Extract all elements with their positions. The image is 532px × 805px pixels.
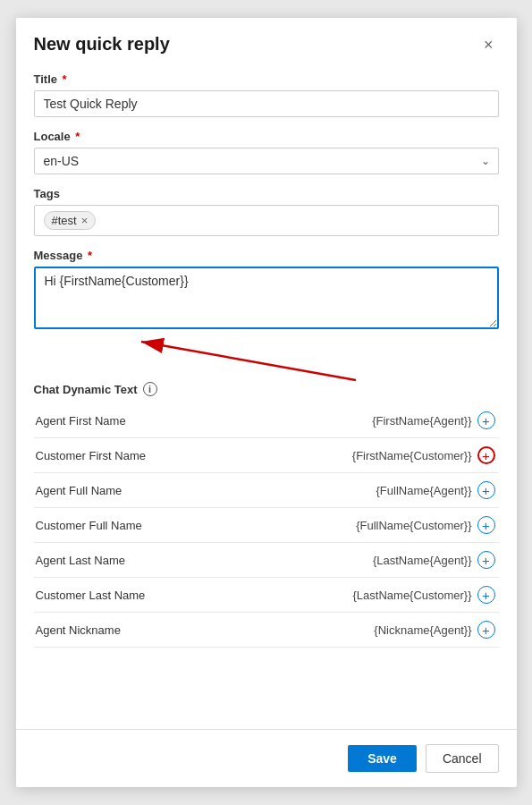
svg-line-1: [141, 342, 356, 380]
token-value: {FullName{Customer}}: [356, 519, 471, 532]
dynamic-text-row: Agent Last Name{LastName{Agent}} +: [34, 543, 499, 578]
dynamic-text-row: Agent First Name{FirstName{Agent}} +: [34, 403, 499, 438]
dynamic-text-name: Agent Full Name: [34, 473, 266, 508]
token-value: {LastName{Agent}}: [373, 554, 472, 567]
modal-body: Title * Locale * en-US ⌄ Tags #test ×: [16, 64, 517, 729]
add-token-button[interactable]: +: [477, 446, 495, 464]
arrow-annotation: [34, 337, 499, 382]
add-token-button[interactable]: +: [477, 481, 495, 499]
new-quick-reply-modal: New quick reply × Title * Locale * en-US…: [16, 18, 517, 787]
dynamic-text-row: Agent Nickname{Nickname{Agent}} +: [34, 613, 499, 648]
add-token-button[interactable]: +: [477, 516, 495, 534]
modal-header: New quick reply ×: [16, 18, 517, 64]
dynamic-text-action: {FirstName{Customer}} +: [266, 438, 499, 472]
modal-title: New quick reply: [34, 34, 170, 55]
dynamic-text-name: Agent Last Name: [34, 543, 266, 578]
dynamic-text-name: Agent First Name: [34, 403, 266, 438]
dynamic-text-name: Customer Last Name: [34, 578, 266, 613]
dynamic-text-action: {FullName{Agent}} +: [266, 473, 499, 507]
token-value: {FullName{Agent}}: [376, 484, 472, 497]
message-label: Message *: [34, 249, 499, 262]
message-group: Message * Hi {FirstName{Customer}}: [34, 249, 499, 332]
token-value: {FirstName{Customer}}: [352, 449, 472, 462]
locale-group: Locale * en-US ⌄: [34, 130, 499, 174]
tag-item: #test ×: [44, 211, 97, 230]
add-token-button[interactable]: +: [477, 586, 495, 604]
arrow-svg: [34, 337, 499, 382]
save-button[interactable]: Save: [348, 745, 417, 772]
dynamic-text-section: Chat Dynamic Text i Agent First Name{Fir…: [34, 382, 499, 648]
dynamic-text-action: {FullName{Customer}} +: [266, 508, 499, 542]
dynamic-text-row: Customer Last Name{LastName{Customer}} +: [34, 578, 499, 613]
locale-select-wrapper: en-US ⌄: [34, 148, 499, 174]
add-token-button[interactable]: +: [477, 551, 495, 569]
tags-group: Tags #test ×: [34, 187, 499, 236]
dynamic-text-table: Agent First Name{FirstName{Agent}} +Cust…: [34, 403, 499, 648]
modal-footer: Save Cancel: [16, 729, 517, 787]
locale-select[interactable]: en-US: [34, 148, 499, 174]
dynamic-text-label: Chat Dynamic Text i: [34, 382, 499, 396]
locale-label: Locale *: [34, 130, 499, 143]
message-textarea[interactable]: Hi {FirstName{Customer}}: [34, 267, 499, 329]
tag-remove-button[interactable]: ×: [81, 215, 89, 226]
title-label: Title *: [34, 72, 499, 86]
token-value: {LastName{Customer}}: [353, 589, 472, 602]
dynamic-text-action: {FirstName{Agent}} +: [266, 403, 499, 437]
cancel-button[interactable]: Cancel: [426, 744, 499, 773]
title-group: Title *: [34, 72, 499, 117]
dynamic-text-row: Customer First Name{FirstName{Customer}}…: [34, 438, 499, 473]
add-token-button[interactable]: +: [477, 621, 495, 639]
dynamic-text-name: Customer First Name: [34, 438, 266, 473]
dynamic-text-name: Customer Full Name: [34, 508, 266, 543]
dynamic-text-row: Agent Full Name{FullName{Agent}} +: [34, 473, 499, 508]
token-value: {FirstName{Agent}}: [372, 414, 471, 428]
info-icon[interactable]: i: [143, 382, 157, 396]
message-box-wrapper: Hi {FirstName{Customer}}: [34, 267, 499, 332]
tags-label: Tags: [34, 187, 499, 200]
dynamic-text-action: {LastName{Customer}} +: [266, 578, 499, 612]
dynamic-text-action: {Nickname{Agent}} +: [266, 613, 499, 647]
tag-text: #test: [52, 214, 77, 227]
add-token-button[interactable]: +: [477, 411, 495, 429]
token-value: {Nickname{Agent}}: [374, 623, 471, 637]
dynamic-text-row: Customer Full Name{FullName{Customer}} +: [34, 508, 499, 543]
close-button[interactable]: ×: [478, 35, 499, 55]
dynamic-text-action: {LastName{Agent}} +: [266, 543, 499, 577]
tags-input[interactable]: #test ×: [34, 205, 499, 236]
title-input[interactable]: [34, 90, 499, 117]
dynamic-text-name: Agent Nickname: [34, 613, 266, 648]
